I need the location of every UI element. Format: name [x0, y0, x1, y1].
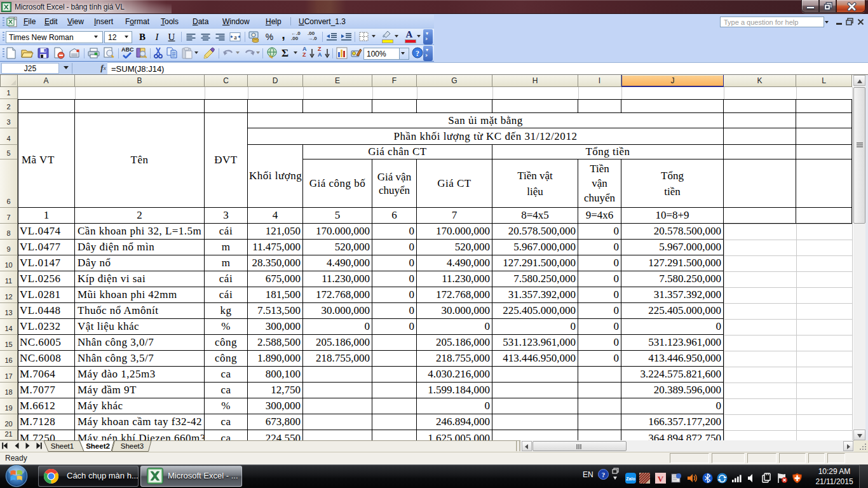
svg-text:?: ?: [602, 471, 606, 478]
svg-text:?: ?: [416, 49, 419, 58]
svg-text:Sheet1: Sheet1: [51, 442, 74, 450]
svg-text:Zalo: Zalo: [626, 477, 635, 481]
svg-text:V: V: [658, 474, 664, 484]
svg-text:Sheet3: Sheet3: [121, 442, 144, 450]
svg-text:a: a: [234, 34, 237, 41]
svg-text:Sheet2: Sheet2: [86, 442, 110, 450]
